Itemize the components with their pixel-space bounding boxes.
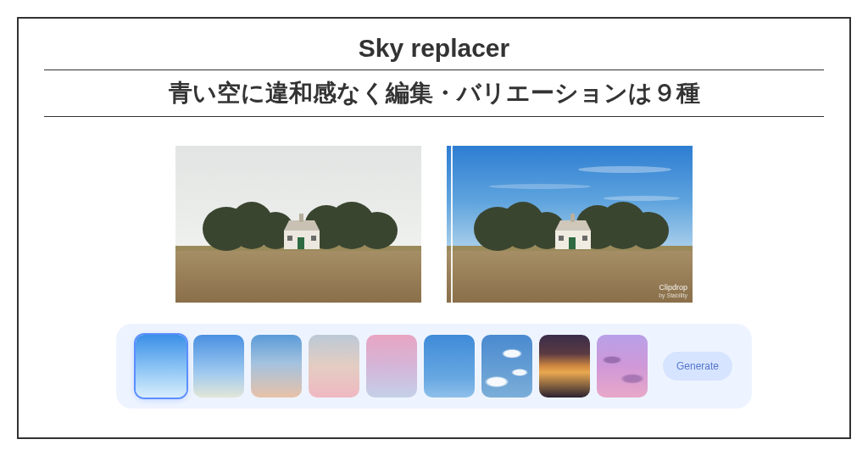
slide-frame: Sky replacer 青い空に違和感なく編集・バリエーションは９種 <box>17 17 851 439</box>
svg-point-8 <box>357 212 398 249</box>
before-after-row: Clipdrop by Stability <box>175 146 693 303</box>
content-area: Clipdrop by Stability Generate <box>44 117 824 425</box>
sky-swatch-pale-dusk[interactable] <box>309 335 359 398</box>
svg-point-17 <box>489 184 591 189</box>
page-subtitle: 青い空に違和感なく編集・バリエーションは９種 <box>44 70 824 117</box>
svg-rect-12 <box>298 237 304 249</box>
svg-rect-11 <box>299 214 303 222</box>
svg-rect-13 <box>287 236 292 241</box>
svg-point-26 <box>628 212 669 249</box>
svg-rect-32 <box>582 236 587 241</box>
svg-rect-29 <box>570 214 575 222</box>
generate-button[interactable]: Generate <box>663 352 732 381</box>
sky-swatch-blue-horizon[interactable] <box>193 335 244 398</box>
sky-swatch-pink-lavender[interactable] <box>366 335 417 398</box>
after-image: Clipdrop by Stability <box>447 146 693 303</box>
sky-palette: Generate <box>116 324 752 409</box>
sky-swatch-sunset[interactable] <box>539 335 590 398</box>
svg-rect-31 <box>559 236 564 241</box>
watermark-line2: by Stability <box>659 292 687 299</box>
watermark-line1: Clipdrop <box>659 284 687 292</box>
page-title: Sky replacer <box>44 27 824 70</box>
sky-swatch-deep-blue[interactable] <box>424 335 475 398</box>
svg-rect-30 <box>569 237 576 249</box>
svg-rect-14 <box>311 236 316 241</box>
sky-swatch-clear-blue[interactable] <box>136 335 186 398</box>
watermark: Clipdrop by Stability <box>659 284 687 299</box>
sky-swatch-clouds[interactable] <box>481 335 532 398</box>
sky-swatch-purple-clouds[interactable] <box>597 335 648 398</box>
svg-point-16 <box>578 166 671 173</box>
before-image <box>175 146 421 303</box>
svg-point-18 <box>604 196 680 201</box>
svg-rect-1 <box>175 246 421 303</box>
svg-rect-19 <box>447 246 693 303</box>
sky-swatch-blue-to-peach[interactable] <box>251 335 302 398</box>
